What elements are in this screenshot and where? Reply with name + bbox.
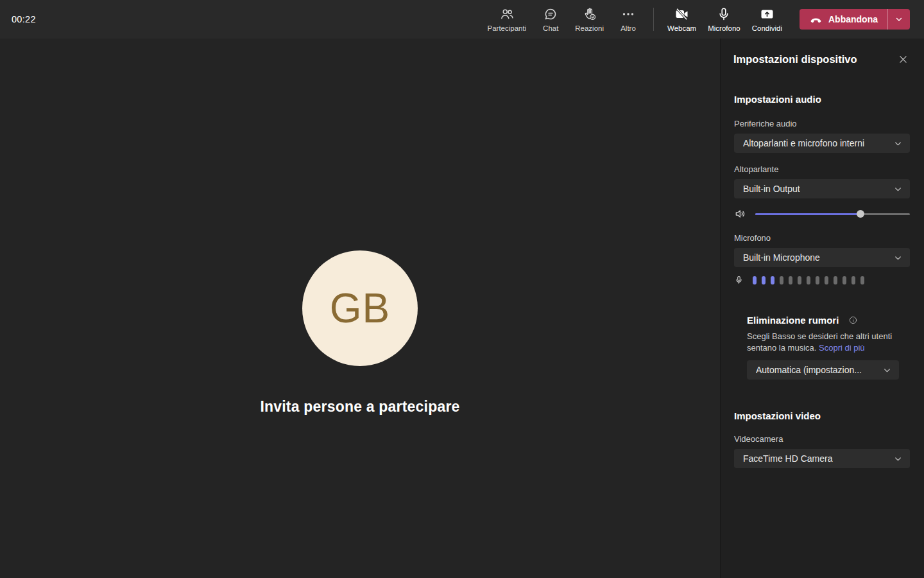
mic-level-icon — [734, 275, 744, 285]
chevron-down-icon — [893, 139, 903, 148]
info-icon[interactable] — [849, 316, 857, 324]
mic-level-bar — [834, 276, 837, 285]
mic-level-bar — [851, 276, 855, 285]
mic-level-bar — [807, 276, 810, 285]
webcam-label: Webcam — [667, 24, 696, 32]
volume-row — [734, 207, 910, 220]
noise-suppression-dropdown[interactable]: Automatica (impostazion... — [747, 360, 899, 380]
audio-devices-value: Altoparlanti e microfono interni — [743, 138, 864, 148]
close-panel-button[interactable] — [896, 53, 910, 66]
mic-level-meter — [753, 276, 864, 285]
panel-body: Impostazioni audio Periferiche audio Alt… — [721, 80, 924, 468]
chat-button[interactable]: Chat — [532, 3, 569, 35]
noise-suppression-section: Eliminazione rumori Scegli Basso se desi… — [747, 315, 910, 380]
microphone-icon — [716, 6, 732, 22]
speaker-volume-icon — [734, 207, 747, 220]
share-button[interactable]: Condividi — [746, 3, 788, 35]
participants-label: Partecipanti — [488, 24, 527, 32]
chevron-down-icon — [893, 184, 903, 194]
more-icon — [620, 6, 636, 22]
participants-button[interactable]: Partecipanti — [482, 3, 533, 35]
leave-button-label: Abbandona — [828, 14, 878, 24]
learn-more-link[interactable]: Scopri di più — [819, 343, 865, 353]
meeting-window: 00:22 Partecipanti — [0, 0, 924, 578]
meeting-stage: GB Invita persone a partecipare — [0, 39, 720, 578]
camera-value: FaceTime HD Camera — [743, 453, 833, 464]
speaker-value: Built-in Output — [743, 184, 800, 194]
reactions-label: Reazioni — [575, 24, 604, 32]
panel-header: Impostazioni dispositivo — [721, 39, 924, 80]
more-label: Altro — [620, 24, 636, 32]
mic-level-bar — [825, 276, 828, 285]
noise-suppression-description: Scegli Basso se desideri che altri utent… — [747, 331, 896, 354]
meeting-topbar: 00:22 Partecipanti — [0, 0, 924, 39]
camera-dropdown[interactable]: FaceTime HD Camera — [734, 449, 910, 468]
avatar: GB — [302, 250, 418, 366]
mic-level-bar — [816, 276, 819, 285]
reactions-icon — [582, 6, 597, 22]
audio-devices-dropdown[interactable]: Altoparlanti e microfono interni — [734, 134, 910, 153]
mic-level-bar — [780, 276, 783, 285]
video-settings-heading: Impostazioni video — [734, 410, 910, 421]
meeting-timer: 00:22 — [12, 14, 36, 24]
mic-level-bar — [753, 276, 757, 285]
panel-title: Impostazioni dispositivo — [733, 53, 857, 66]
volume-slider-fill — [755, 213, 860, 215]
mic-level-bar — [762, 276, 766, 285]
volume-slider-thumb[interactable] — [857, 210, 864, 218]
speaker-dropdown[interactable]: Built-in Output — [734, 179, 910, 198]
leave-button-group: Abbandona — [800, 9, 910, 30]
invite-message: Invita persone a partecipare — [260, 398, 459, 416]
meeting-toolbar: Partecipanti Chat — [482, 3, 910, 35]
mic-level-bar — [843, 276, 846, 285]
noise-suppression-title: Eliminazione rumori — [747, 315, 839, 326]
close-icon — [898, 54, 909, 65]
volume-slider[interactable] — [755, 207, 910, 220]
speaker-label: Altoparlante — [734, 164, 910, 174]
participants-icon — [499, 6, 515, 22]
microphone-dropdown[interactable]: Built-in Microphone — [734, 248, 910, 267]
share-label: Condividi — [752, 24, 782, 32]
avatar-initials: GB — [330, 285, 390, 332]
chevron-down-icon — [893, 454, 903, 464]
audio-devices-label: Periferiche audio — [734, 119, 910, 128]
hangup-icon — [809, 13, 823, 26]
noise-suppression-value: Automatica (impostazion... — [756, 365, 862, 375]
chevron-down-icon — [882, 365, 892, 375]
mic-level-bar — [860, 276, 864, 285]
chevron-down-icon — [894, 15, 903, 24]
chevron-down-icon — [893, 253, 903, 263]
microphone-value: Built-in Microphone — [743, 252, 820, 263]
toolbar-divider — [653, 8, 654, 31]
device-settings-panel: Impostazioni dispositivo Impostazioni au… — [720, 39, 924, 578]
camera-label: Videocamera — [734, 434, 910, 444]
webcam-toggle-button[interactable]: Webcam — [662, 3, 702, 35]
microphone-label: Microfono — [708, 24, 740, 32]
chat-label: Chat — [543, 24, 558, 32]
mic-level-bar — [789, 276, 792, 285]
leave-button[interactable]: Abbandona — [800, 9, 887, 30]
leave-options-button[interactable] — [888, 9, 910, 30]
more-button[interactable]: Altro — [610, 3, 647, 35]
mic-level-bar — [771, 276, 774, 285]
microphone-toggle-button[interactable]: Microfono — [702, 3, 746, 35]
audio-settings-heading: Impostazioni audio — [734, 94, 910, 105]
mic-level-bar — [798, 276, 801, 285]
mic-level-row — [734, 275, 910, 285]
share-screen-icon — [759, 6, 775, 22]
webcam-off-icon — [674, 6, 690, 22]
microphone-device-label: Microfono — [734, 233, 910, 243]
chat-icon — [543, 6, 558, 22]
reactions-button[interactable]: Reazioni — [569, 3, 610, 35]
